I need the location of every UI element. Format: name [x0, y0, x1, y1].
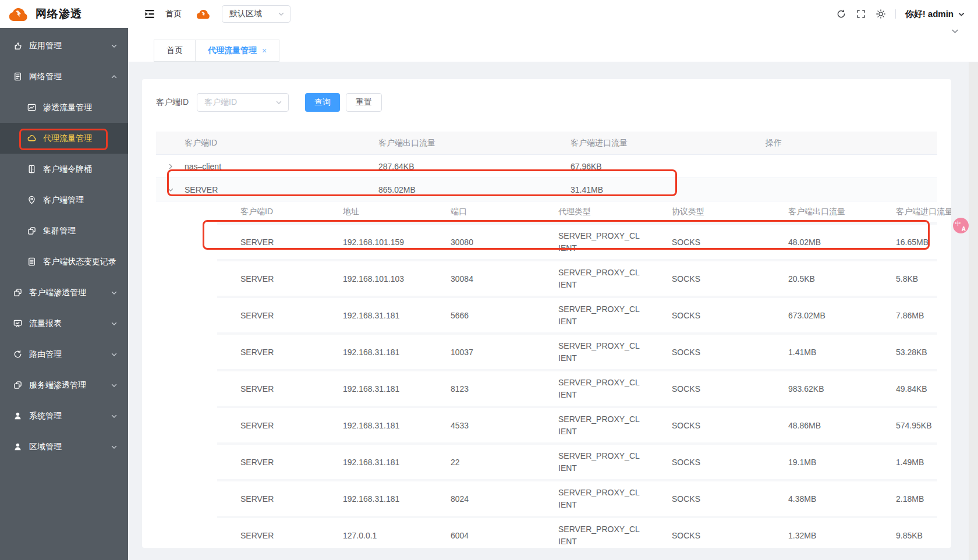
client-id-select[interactable]: 客户端ID	[197, 93, 289, 112]
cell-address: 192.168.101.103	[320, 274, 427, 283]
inner-table-row[interactable]: SERVER192.168.31.1818123SERVER_PROXY_CLI…	[217, 369, 937, 406]
collapse-row-icon[interactable]	[156, 186, 185, 193]
link-icon	[13, 380, 23, 390]
tab-active[interactable]: 代理流量管理×	[195, 40, 279, 62]
inner-table-header: 客户端ID地址端口代理类型协议类型客户端出口流量客户端进口流量	[217, 201, 937, 222]
cell-proxy-type: SERVER_PROXY_CLIENT	[535, 450, 649, 474]
sidebar-group-report-board[interactable]: 流量报表	[0, 308, 128, 339]
outer-table-header: 客户端ID客户端出口流量客户端进口流量操作	[156, 132, 937, 155]
sidebar-group-document[interactable]: 网络管理	[0, 61, 128, 92]
cell-proxy-type: SERVER_PROXY_CLIENT	[535, 267, 649, 291]
sidebar-item-label: 路由管理	[29, 349, 111, 360]
main-area: 首页 默认区域 你好! admin	[128, 0, 978, 560]
cell-address: 192.168.31.181	[320, 384, 427, 394]
sidebar-item-cloud[interactable]: 代理流量管理	[0, 123, 128, 154]
inner-table-row[interactable]: SERVER192.168.101.10330084SERVER_PROXY_C…	[217, 259, 937, 296]
inner-table-row[interactable]: SERVER192.168.31.18110037SERVER_PROXY_CL…	[217, 332, 937, 369]
cell-proxy-type: SERVER_PROXY_CLIENT	[535, 340, 649, 364]
cell-in-traffic: 7.86MB	[873, 311, 937, 320]
inner-table-row[interactable]: SERVER192.168.31.1818024SERVER_PROXY_CLI…	[217, 479, 937, 516]
location-pin-icon	[27, 195, 37, 205]
cell-port: 4533	[427, 421, 535, 430]
outer-table-row[interactable]: nas–client287.64KB67.96KB	[156, 155, 937, 178]
divider	[895, 9, 896, 19]
sidebar-group-user[interactable]: 系统管理	[0, 400, 128, 431]
cell-protocol-type: SOCKS	[649, 311, 765, 320]
sidebar-item-label: 客户端管理	[43, 195, 118, 205]
tab-label: 首页	[166, 45, 183, 56]
tab-close-icon[interactable]: ×	[262, 46, 267, 55]
tab-label: 代理流量管理	[208, 45, 257, 56]
inner-table-row[interactable]: SERVER192.168.101.15930080SERVER_PROXY_C…	[217, 222, 937, 259]
cell-port: 10037	[427, 348, 535, 357]
sidebar-item-label: 网络管理	[29, 72, 111, 82]
cell-port: 5666	[427, 311, 535, 320]
cell-out-traffic: 19.1MB	[765, 458, 873, 467]
translate-fab[interactable]: 中 A	[953, 218, 969, 233]
logo-row: 网络渗透	[0, 0, 128, 28]
sidebar-item-label: 系统管理	[29, 411, 111, 421]
sidebar-group-user[interactable]: 区域管理	[0, 431, 128, 462]
sidebar-item-record-doc[interactable]: 客户端状态变更记录	[0, 246, 128, 277]
cell-port: 30080	[427, 238, 535, 247]
cell-client-id: SERVER	[217, 421, 320, 430]
content-area: 客户端ID 客户端ID 查询 重置 客户端ID客户端出口流量客户端进口流量操作n…	[128, 62, 978, 560]
sidebar-item-location-pin[interactable]: 客户端管理	[0, 185, 128, 215]
cell-protocol-type: SOCKS	[649, 421, 765, 430]
cell-protocol-type: SOCKS	[649, 494, 765, 504]
cell-out-traffic: 48.02MB	[765, 238, 873, 247]
chevron-down-icon	[111, 444, 118, 451]
chevron-up-icon	[111, 73, 118, 80]
refresh-icon[interactable]	[836, 9, 846, 19]
tab-home[interactable]: 首页	[154, 40, 196, 62]
inner-table-row[interactable]: SERVER192.168.31.1814533SERVER_PROXY_CLI…	[217, 406, 937, 442]
sidebar-item-token-bucket[interactable]: 客户端令牌桶	[0, 154, 128, 185]
sidebar-item-cluster[interactable]: 集群管理	[0, 215, 128, 246]
inner-table-row[interactable]: SERVER192.168.31.1815666SERVER_PROXY_CLI…	[217, 296, 937, 332]
inner-header-cell: 协议类型	[649, 207, 765, 217]
cell-in-traffic: 9.85KB	[873, 531, 937, 540]
expand-row-icon[interactable]	[156, 163, 185, 170]
cell-port: 8024	[427, 494, 535, 504]
trend-chart-icon	[27, 102, 37, 112]
translate-en-label: A	[962, 226, 966, 232]
inner-table-row[interactable]: SERVER192.168.31.18122SERVER_PROXY_CLIEN…	[217, 442, 937, 479]
cell-protocol-type: SOCKS	[649, 274, 765, 283]
cell-out-traffic: 673.02MB	[765, 311, 873, 320]
cell-proxy-type: SERVER_PROXY_CLIENT	[535, 413, 649, 438]
sidebar-item-label: 区域管理	[29, 442, 111, 452]
cell-client-id: SERVER	[217, 494, 320, 504]
outer-table-row[interactable]: SERVER865.02MB31.41MB	[156, 178, 937, 201]
fullscreen-icon[interactable]	[856, 9, 866, 19]
sidebar-item-label: 客户端渗透管理	[29, 288, 111, 298]
sidebar-group-route[interactable]: 路由管理	[0, 339, 128, 370]
brand-cloud-icon	[8, 6, 30, 22]
theme-sun-icon[interactable]	[876, 9, 886, 19]
sidebar-menu: 应用管理网络管理渗透流量管理代理流量管理客户端令牌桶客户端管理集群管理客户端状态…	[0, 28, 128, 462]
sidebar-group-link[interactable]: 服务端渗透管理	[0, 370, 128, 400]
sidebar-item-trend-chart[interactable]: 渗透流量管理	[0, 92, 128, 123]
cell-proxy-type: SERVER_PROXY_CLIENT	[535, 487, 649, 511]
scrollbar-track[interactable]	[969, 62, 978, 560]
search-button[interactable]: 查询	[305, 93, 340, 112]
collapse-sidebar-icon[interactable]	[144, 9, 155, 19]
cell-out-traffic: 983.62KB	[765, 384, 873, 394]
inner-table-row[interactable]: SERVER127.0.0.16004SERVER_PROXY_CLIENTSO…	[217, 516, 937, 548]
region-select[interactable]: 默认区域	[222, 5, 290, 23]
sidebar-item-label: 客户端令牌桶	[43, 164, 118, 175]
outer-header-cell: 客户端出口流量	[378, 138, 570, 148]
cell-in-traffic: 67.96KB	[570, 162, 766, 171]
sidebar-group-thumb[interactable]: 应用管理	[0, 30, 128, 61]
reset-button[interactable]: 重置	[346, 93, 382, 112]
cell-protocol-type: SOCKS	[649, 458, 765, 467]
sidebar-group-link[interactable]: 客户端渗透管理	[0, 277, 128, 308]
tabs-dropdown-icon[interactable]	[951, 0, 959, 62]
chevron-down-icon	[111, 351, 118, 358]
cell-client-id: nas–client	[185, 162, 378, 171]
sidebar-item-label: 客户端状态变更记录	[43, 257, 118, 267]
cell-out-traffic: 865.02MB	[378, 185, 570, 194]
record-doc-icon	[27, 257, 37, 267]
cell-in-traffic: 5.8KB	[873, 274, 937, 283]
chevron-down-icon	[111, 413, 118, 420]
cell-address: 127.0.0.1	[320, 531, 427, 540]
